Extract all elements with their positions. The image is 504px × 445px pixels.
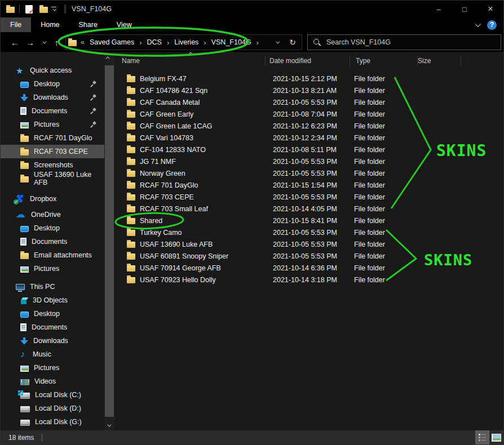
tab-home[interactable]: Home <box>31 17 69 32</box>
scroll-up-icon[interactable] <box>106 56 110 60</box>
pin-icon <box>90 108 96 114</box>
sidebar-item-pc-desktop[interactable]: Desktop <box>1 307 104 321</box>
thumbnail-view-icon <box>492 434 501 442</box>
sidebar-item-pictures[interactable]: Pictures <box>1 118 104 131</box>
file-list-pane: Name Date modified Type Size Belgium FX-… <box>114 53 503 430</box>
search-input[interactable]: Search VSN_F104G <box>307 34 501 50</box>
sidebar-item-music[interactable]: Music <box>1 348 104 361</box>
new-folder-icon[interactable] <box>39 7 48 13</box>
sidebar-item-videos[interactable]: Videos <box>1 375 104 388</box>
back-button[interactable]: ← <box>7 34 23 50</box>
sidebar-item-label: Documents <box>32 238 67 246</box>
table-row-shared[interactable]: Shared2021-10-15 8:41 PMFile folder <box>114 215 503 226</box>
recent-locations-chevron[interactable] <box>38 34 49 50</box>
table-row[interactable]: JG 71 NMF2021-10-05 5:53 PMFile folder <box>114 155 503 167</box>
sidebar-item-pc-documents[interactable]: Documents <box>1 321 104 334</box>
table-row[interactable]: USAF 13690 Luke AFB2021-10-05 5:53 PMFil… <box>114 238 503 250</box>
sidebar-item-this-pc[interactable]: This PC <box>1 280 104 293</box>
sidebar-item-documents[interactable]: Documents <box>1 104 104 118</box>
column-header-type[interactable]: Type <box>350 56 418 66</box>
table-row[interactable]: RCAF 703 Small Leaf2021-10-14 4:05 PMFil… <box>114 203 503 215</box>
table-row[interactable]: RCAF 701 DayGlo2021-10-15 1:54 PMFile fo… <box>114 179 503 191</box>
sidebar-item-local-disk-c[interactable]: Local Disk (C:) <box>1 388 104 402</box>
column-header-name[interactable]: Name <box>114 56 266 66</box>
breadcrumb-separator: › <box>257 38 259 47</box>
breadcrumb-item-saved-games[interactable]: Saved Games <box>90 38 134 46</box>
computer-icon <box>16 284 25 290</box>
file-date: 2021-10-14 6:36 PM <box>266 264 350 272</box>
tab-view[interactable]: View <box>107 17 142 32</box>
sidebar-item-downloads[interactable]: Downloads <box>1 91 104 104</box>
sidebar-item-onedrive-pictures[interactable]: Pictures <box>1 262 104 275</box>
address-dropdown-button[interactable] <box>270 35 284 49</box>
up-button[interactable]: ↑ <box>49 34 64 50</box>
table-row[interactable]: CF-104 12833 NATO2021-10-08 5:11 PMFile … <box>114 144 503 155</box>
breadcrumb-item-liveries[interactable]: Liveries <box>174 38 198 46</box>
sidebar-item-label: OneDrive <box>31 211 61 219</box>
file-date: 2021-10-05 5:53 PM <box>266 252 350 260</box>
sidebar-item-onedrive-documents[interactable]: Documents <box>1 235 104 248</box>
sidebar-item-local-disk-d[interactable]: Local Disk (D:) <box>1 402 104 415</box>
table-row[interactable]: CAF Green Early2021-10-08 7:04 PMFile fo… <box>114 108 503 120</box>
sidebar-item-email-attachments[interactable]: Email attachments <box>1 248 104 262</box>
file-type: File folder <box>350 170 418 177</box>
table-row[interactable]: USAF 70914 George AFB2021-10-14 6:36 PMF… <box>114 262 503 274</box>
sidebar-item-local-disk-g[interactable]: Local Disk (G:) <box>1 415 104 429</box>
forward-button[interactable]: → <box>23 34 38 50</box>
scrollbar-thumb[interactable] <box>105 65 114 417</box>
sidebar-item-label: 3D Objects <box>33 296 68 304</box>
minimize-ribbon-chevron-icon[interactable] <box>475 21 481 27</box>
search-icon <box>313 39 321 46</box>
details-view-button[interactable] <box>475 430 489 444</box>
table-row[interactable]: RCAF 703 CEPE2021-10-05 5:53 PMFile fold… <box>114 191 503 203</box>
table-row[interactable]: CAF Vari 1047832021-10-12 2:34 PMFile fo… <box>114 132 503 144</box>
sidebar-item-pc-pictures[interactable]: Pictures <box>1 361 104 375</box>
onedrive-cloud-icon <box>16 211 26 219</box>
properties-icon[interactable]: ✓ <box>25 5 33 14</box>
sidebar-item-pc-downloads[interactable]: Downloads <box>1 334 104 348</box>
table-row[interactable]: CAF Canada Metal2021-10-05 5:53 PMFile f… <box>114 96 503 108</box>
help-button[interactable]: ? <box>487 20 497 30</box>
table-row[interactable]: Norway Green2021-10-05 5:53 PMFile folde… <box>114 167 503 179</box>
thumbnail-view-button[interactable] <box>489 430 503 444</box>
sidebar-item-usaf-13690[interactable]: USAF 13690 Luke AFB <box>1 172 104 185</box>
sidebar-item-label: Music <box>33 350 51 358</box>
table-row[interactable]: Belgium FX-472021-10-15 2:12 PMFile fold… <box>114 73 503 84</box>
sidebar-scrollbar[interactable] <box>104 53 114 430</box>
column-header-size[interactable]: Size <box>418 56 461 66</box>
file-date: 2021-10-05 5:53 PM <box>266 241 350 248</box>
sidebar-item-screenshots[interactable]: Screenshots <box>1 158 104 172</box>
refresh-button[interactable]: ↻ <box>286 35 299 49</box>
folder-icon <box>20 163 29 169</box>
breadcrumb-item-vsn-f104g[interactable]: VSN_F104G <box>211 38 251 46</box>
column-header-spacer <box>461 56 503 66</box>
sidebar-item-rcaf-701-dayglo[interactable]: RCAF 701 DayGlo <box>1 131 104 145</box>
sidebar-item-dropbox[interactable]: Dropbox <box>1 192 104 206</box>
tab-file[interactable]: File <box>1 17 31 32</box>
breadcrumb-overflow-icon[interactable]: « <box>81 38 85 46</box>
sidebar-item-label: Dropbox <box>30 195 56 203</box>
table-row[interactable]: CAF Green Late 1CAG2021-10-12 6:23 PMFil… <box>114 120 503 132</box>
sidebar-item-onedrive-desktop[interactable]: Desktop <box>1 221 104 235</box>
scroll-down-icon[interactable] <box>107 423 111 427</box>
ribbon-tab-bar: File Home Share View ? <box>1 17 503 32</box>
navigation-pane: Quick access Desktop Downloads Documents… <box>1 53 104 430</box>
sidebar-item-rcaf-703-cepe[interactable]: RCAF 703 CEPE <box>1 145 104 158</box>
table-row[interactable]: USAF 70923 Hello Dolly2021-10-14 3:18 PM… <box>114 274 503 286</box>
sidebar-item-3d-objects[interactable]: 3D Objects <box>1 293 104 307</box>
close-button[interactable]: × <box>478 1 503 17</box>
column-header-date-modified[interactable]: Date modified <box>266 56 350 66</box>
tab-share[interactable]: Share <box>69 17 107 32</box>
table-row[interactable]: CAF 104786 421 Sqn2021-10-13 8:21 AMFile… <box>114 84 503 96</box>
table-row[interactable]: USAF 60891 Snoopy Sniper2021-10-05 5:53 … <box>114 250 503 262</box>
customize-quick-access-toolbar-button[interactable] <box>51 7 56 12</box>
table-row[interactable]: Turkey Camo2021-10-05 5:53 PMFile folder <box>114 226 503 238</box>
sidebar-item-onedrive[interactable]: OneDrive <box>1 208 104 221</box>
sidebar-item-quick-access[interactable]: Quick access <box>1 64 104 77</box>
address-bar[interactable]: « Saved Games › DCS › Liveries › VSN_F10… <box>65 34 302 50</box>
minimize-button[interactable]: – <box>426 1 452 17</box>
breadcrumb-item-dcs[interactable]: DCS <box>147 38 162 46</box>
maximize-button[interactable]: □ <box>452 1 478 17</box>
sidebar-item-desktop[interactable]: Desktop <box>1 77 104 91</box>
file-date: 2021-10-12 6:23 PM <box>266 122 350 130</box>
